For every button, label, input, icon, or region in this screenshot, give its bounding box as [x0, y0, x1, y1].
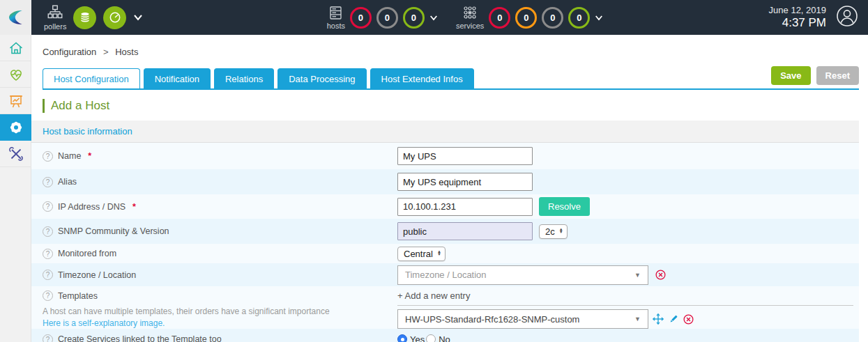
- hosts-menu[interactable]: hosts: [327, 6, 345, 30]
- help-icon[interactable]: ?: [43, 290, 53, 301]
- services-warning-counter[interactable]: 0: [515, 7, 537, 29]
- clock: June 12, 2019 4:37 PM: [769, 5, 826, 30]
- services-ok-counter[interactable]: 0: [568, 7, 590, 29]
- services-critical-count: 0: [497, 13, 502, 23]
- monitored-from-value: Central: [404, 249, 433, 259]
- ip-input[interactable]: [397, 198, 533, 216]
- snmp-community-input[interactable]: [397, 222, 533, 240]
- timezone-select[interactable]: Timezone / Location ▼: [397, 265, 648, 285]
- form-row-templates: ? Templates A host can have multiple tem…: [31, 286, 859, 329]
- top-header: pollers: [0, 0, 868, 35]
- breadcrumb-hosts[interactable]: Hosts: [115, 47, 138, 57]
- current-date: June 12, 2019: [769, 5, 826, 15]
- tab-host-extended-infos[interactable]: Host Extended Infos: [370, 68, 474, 88]
- tab-notification[interactable]: Notification: [144, 68, 211, 88]
- services-menu[interactable]: services: [456, 6, 484, 30]
- database-icon: [78, 10, 92, 24]
- create-services-radio-group: Yes No: [397, 334, 452, 342]
- services-warning-count: 0: [524, 13, 528, 23]
- reset-button[interactable]: Reset: [816, 66, 859, 85]
- breadcrumb-separator: >: [103, 47, 109, 57]
- help-icon[interactable]: ?: [43, 201, 53, 212]
- sidebar-item-administration[interactable]: [0, 141, 31, 167]
- pollers-icon: [46, 5, 64, 22]
- template-move-icon[interactable]: [652, 313, 664, 325]
- chart-board-icon: [8, 93, 24, 109]
- page-title: Add a Host: [43, 99, 868, 113]
- sidebar-item-home[interactable]: [0, 35, 31, 61]
- hosts-up-counter[interactable]: 0: [403, 7, 425, 29]
- main-content: Configuration > Hosts Host Configuration…: [31, 35, 868, 342]
- services-unknown-count: 0: [550, 13, 555, 23]
- tab-bar: Host Configuration Notification Relation…: [43, 66, 859, 90]
- snmp-label: SNMP Community & Version: [58, 226, 169, 236]
- tab-host-configuration[interactable]: Host Configuration: [43, 68, 140, 88]
- name-label: Name: [58, 151, 81, 161]
- hosts-down-count: 0: [358, 13, 363, 23]
- name-input[interactable]: [397, 147, 533, 165]
- create-services-label: Create Services linked to the Template t…: [58, 334, 222, 342]
- gauge-status-button[interactable]: [103, 6, 126, 29]
- help-icon[interactable]: ?: [43, 177, 53, 187]
- template-delete-icon[interactable]: [683, 313, 694, 325]
- radio-no-label[interactable]: No: [439, 334, 450, 342]
- radio-yes-label[interactable]: Yes: [410, 334, 425, 342]
- services-status-zone: services 0 0 0 0: [456, 6, 603, 30]
- database-status-button[interactable]: [73, 6, 96, 29]
- services-chevron-down-icon[interactable]: [595, 15, 603, 21]
- template-value: HW-UPS-Standard-Rfc1628-SNMP-custom: [405, 314, 579, 325]
- help-icon[interactable]: ?: [43, 249, 53, 259]
- help-icon[interactable]: ?: [43, 270, 53, 280]
- template-edit-icon[interactable]: [668, 313, 679, 325]
- alias-input[interactable]: [397, 173, 533, 191]
- home-icon: [8, 40, 24, 56]
- form-row-alias: ? Alias: [31, 169, 859, 194]
- pollers-menu[interactable]: pollers: [44, 5, 66, 31]
- user-icon: [836, 5, 858, 27]
- tab-relations[interactable]: Relations: [214, 68, 274, 88]
- services-critical-counter[interactable]: 0: [489, 7, 510, 29]
- services-icon: [462, 6, 478, 21]
- hosts-icon: [328, 6, 344, 21]
- heart-pulse-icon: [8, 66, 24, 83]
- breadcrumb-configuration[interactable]: Configuration: [43, 47, 96, 57]
- radio-no[interactable]: [426, 334, 436, 342]
- add-template-entry-link[interactable]: + Add a new entry: [397, 290, 853, 306]
- user-menu[interactable]: [836, 5, 858, 30]
- centreon-logo[interactable]: [0, 0, 31, 35]
- snmp-version-select[interactable]: 2c ▲▼: [539, 224, 568, 239]
- sidebar-item-configuration[interactable]: [0, 114, 31, 141]
- hosts-unreachable-counter[interactable]: 0: [376, 7, 398, 29]
- sidebar-item-reporting[interactable]: [0, 88, 31, 114]
- timezone-label: Timezone / Location: [58, 270, 136, 280]
- form-row-name: ? Name *: [31, 143, 859, 169]
- monitored-from-select[interactable]: Central ▲▼: [397, 247, 446, 261]
- poller-chevron-down-icon[interactable]: [133, 14, 143, 21]
- radio-yes[interactable]: [397, 334, 407, 342]
- timezone-clear-icon[interactable]: [655, 269, 667, 281]
- dropdown-arrow-icon: ▼: [634, 316, 641, 322]
- templates-example-link[interactable]: Here is a self-explanatory image.: [43, 318, 397, 328]
- timezone-placeholder: Timezone / Location: [405, 270, 487, 280]
- topbar: pollers: [31, 0, 868, 35]
- services-unknown-counter[interactable]: 0: [542, 7, 563, 29]
- template-select[interactable]: HW-UPS-Standard-Rfc1628-SNMP-custom ▼: [397, 309, 648, 329]
- resolve-button[interactable]: Resolve: [539, 197, 590, 216]
- hosts-chevron-down-icon[interactable]: [429, 15, 438, 21]
- hosts-status-zone: hosts 0 0 0: [327, 6, 438, 30]
- left-sidebar: [0, 35, 31, 342]
- sidebar-item-monitoring[interactable]: [0, 61, 31, 88]
- form-row-create-services: ? Create Services linked to the Template…: [31, 329, 859, 342]
- help-icon[interactable]: ?: [43, 226, 53, 237]
- pollers-label: pollers: [44, 22, 66, 31]
- help-icon[interactable]: ?: [43, 151, 53, 162]
- save-button[interactable]: Save: [771, 66, 810, 85]
- monitored-from-label: Monitored from: [58, 249, 116, 258]
- form-row-ip: ? IP Address / DNS * Resolve: [31, 194, 859, 219]
- help-icon[interactable]: ?: [43, 334, 53, 342]
- select-spinner-icon: ▲▼: [437, 251, 441, 256]
- tab-data-processing[interactable]: Data Processing: [277, 68, 366, 88]
- hosts-down-counter[interactable]: 0: [350, 7, 372, 29]
- section-header: Host basic information: [31, 121, 859, 143]
- alias-label: Alias: [58, 177, 77, 187]
